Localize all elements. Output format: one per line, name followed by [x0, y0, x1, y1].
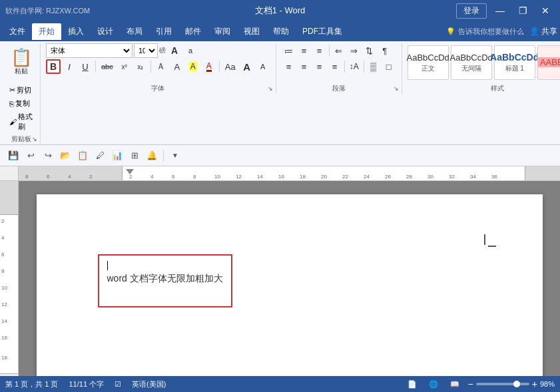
qa-redo-button[interactable]: ↪	[40, 148, 56, 164]
view-web-button[interactable]: 🌐	[425, 379, 441, 390]
proof-icon: ☑	[115, 380, 121, 389]
zoom-percent[interactable]: 98%	[540, 380, 555, 388]
font-size-up-button[interactable]: A	[167, 43, 182, 58]
qa-more-button[interactable]: ▼	[167, 148, 183, 164]
zoom-slider[interactable]	[476, 383, 529, 385]
ruler-corner	[0, 166, 19, 181]
paste-label: 粘贴	[15, 67, 28, 76]
ribbon-group-clipboard: 📋 粘贴 ✂ 剪切 ⎘ 复制	[5, 43, 41, 144]
format-painter-button[interactable]: 🖌 格式刷	[8, 111, 35, 132]
font-color-button[interactable]: A	[202, 59, 216, 74]
copy-button[interactable]: ⎘ 复制	[8, 98, 35, 109]
paragraph-expand-icon[interactable]: ↘	[392, 85, 400, 93]
menu-mailings[interactable]: 邮件	[178, 23, 208, 40]
shading-button[interactable]: ▒	[366, 59, 381, 74]
menu-insert[interactable]: 插入	[61, 23, 91, 40]
increase-indent-button[interactable]: ⇒	[347, 43, 362, 58]
para-row2: ≡ ≡ ≡ ≡ ↕A ▒ □	[282, 59, 396, 74]
align-center-button[interactable]: ≡	[297, 59, 312, 74]
qa-clipboard-button[interactable]: 📋	[75, 148, 91, 164]
text-box[interactable]: word 文档字体无限加粗加大	[98, 254, 232, 307]
subscript-button[interactable]: x₂	[133, 59, 148, 74]
font-size-unit: 磅	[159, 46, 166, 55]
font-size-large-button[interactable]: A	[240, 59, 254, 74]
close-button[interactable]: ✕	[536, 1, 555, 20]
font-size-down-button[interactable]: a	[183, 43, 198, 58]
clipboard-expand-icon[interactable]: ↘	[31, 135, 39, 143]
char-spacing-button[interactable]: A	[256, 59, 270, 74]
qa-pen-button[interactable]: 🖊	[92, 148, 108, 164]
multilevel-button[interactable]: ≡	[312, 43, 327, 58]
menu-design[interactable]: 设计	[91, 23, 120, 40]
document-scroll-area[interactable]: word 文档字体无限加粗加大	[19, 181, 560, 376]
align-left-button[interactable]: ≡	[282, 59, 296, 74]
style-nospace-button[interactable]: AaBbCcDd 无间隔	[451, 45, 492, 80]
menu-layout[interactable]: 布局	[120, 23, 149, 40]
align-right-button[interactable]: ≡	[312, 59, 327, 74]
style-normal-label: 正文	[421, 64, 435, 73]
view-print-button[interactable]: 📄	[404, 379, 420, 390]
paste-button[interactable]: 📋 粘贴	[8, 45, 35, 79]
clear-format-button[interactable]: Ａ	[154, 59, 168, 74]
font-aa-button[interactable]: Aa	[222, 59, 238, 74]
search-hint[interactable]: 💡 告诉我你想要做什么	[446, 27, 524, 37]
qa-table-button[interactable]: ⊞	[127, 148, 142, 164]
font-format-row: B I U abc x² x₂ Ａ A	[46, 59, 270, 74]
underline-button[interactable]: U	[78, 59, 93, 74]
numbering-button[interactable]: ≡	[297, 43, 312, 58]
styles-group-label: 样式	[491, 84, 504, 94]
font-size-selector[interactable]: 10	[134, 43, 158, 58]
menu-help[interactable]: 帮助	[266, 23, 296, 40]
qa-bell-button[interactable]: 🔔	[144, 148, 160, 164]
superscript-button[interactable]: x²	[117, 59, 132, 74]
menu-review[interactable]: 审阅	[208, 23, 237, 40]
share-label: 共享	[541, 26, 557, 37]
font-family-selector[interactable]: 宋体	[46, 43, 133, 58]
ribbon-group-paragraph: ≔ ≡ ≡ ⇐ ⇒ ⇅ ¶ ≡ ≡ ≡ ≡	[276, 43, 402, 94]
bullets-button[interactable]: ≔	[282, 43, 296, 58]
decrease-indent-button[interactable]: ⇐	[332, 43, 346, 58]
menu-pdf[interactable]: PDF工具集	[296, 23, 349, 40]
border-button[interactable]: □	[382, 59, 396, 74]
paragraph-group-label: 段落	[332, 84, 346, 94]
qa-undo-button[interactable]: ↩	[23, 148, 39, 164]
qa-save-button[interactable]: 💾	[5, 148, 21, 164]
sort-button[interactable]: ⇅	[362, 43, 377, 58]
text-effect-button[interactable]: A	[170, 59, 184, 74]
show-hide-button[interactable]: ¶	[378, 43, 392, 58]
strikethrough-button[interactable]: abc	[99, 59, 116, 74]
format-painter-icon: 🖌	[9, 118, 17, 126]
style-h1-button[interactable]: AaBbCcDd 标题 1	[494, 45, 535, 80]
cut-button[interactable]: ✂ 剪切	[8, 85, 35, 96]
qa-open-button[interactable]: 📂	[57, 148, 73, 164]
zoom-out-button[interactable]: −	[468, 379, 473, 389]
corner-mark	[484, 234, 495, 247]
login-button[interactable]: 登录	[456, 3, 487, 19]
italic-button[interactable]: I	[62, 59, 77, 74]
menu-home[interactable]: 开始	[32, 23, 61, 40]
window-title: 文档1 - Word	[255, 5, 306, 17]
line-spacing-button[interactable]: ↕A	[347, 59, 362, 74]
title-bar: 软件自学网: RJZXW.COM 文档1 - Word 登录 — ❐ ✕	[0, 0, 560, 21]
paste-icon: 📋	[11, 49, 32, 66]
bold-button[interactable]: B	[46, 59, 61, 74]
share-button[interactable]: 👤 共享	[529, 26, 557, 37]
qa-chart-button[interactable]: 📊	[109, 148, 125, 164]
highlight-button[interactable]: A	[186, 59, 200, 74]
style-red-button[interactable]: AABBCC	[537, 45, 560, 80]
menu-view[interactable]: 视图	[237, 23, 266, 40]
justify-button[interactable]: ≡	[328, 59, 342, 74]
ribbon-group-font: 宋体 10 磅 A a B I U abc	[41, 43, 276, 94]
style-normal-button[interactable]: AaBbCcDd 正文	[408, 45, 449, 80]
copy-icon: ⎘	[9, 100, 14, 108]
page-info: 第 1 页，共 1 页	[5, 379, 58, 389]
view-read-button[interactable]: 📖	[447, 379, 463, 390]
font-expand-icon[interactable]: ↘	[266, 85, 274, 93]
zoom-in-button[interactable]: +	[532, 379, 537, 389]
language-display[interactable]: 英语(美国)	[132, 379, 166, 389]
style-nospace-text: AaBbCcDd	[450, 53, 493, 63]
restore-button[interactable]: ❐	[513, 1, 532, 20]
minimize-button[interactable]: —	[491, 1, 509, 20]
menu-references[interactable]: 引用	[149, 23, 178, 40]
menu-file[interactable]: 文件	[3, 23, 32, 40]
